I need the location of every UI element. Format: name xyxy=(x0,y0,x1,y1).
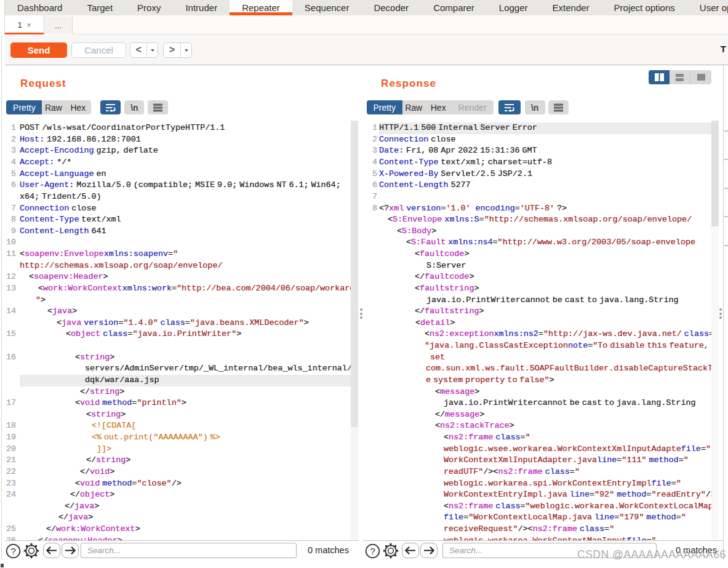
svg-text:?: ? xyxy=(10,546,16,556)
svg-text:?: ? xyxy=(370,546,375,556)
